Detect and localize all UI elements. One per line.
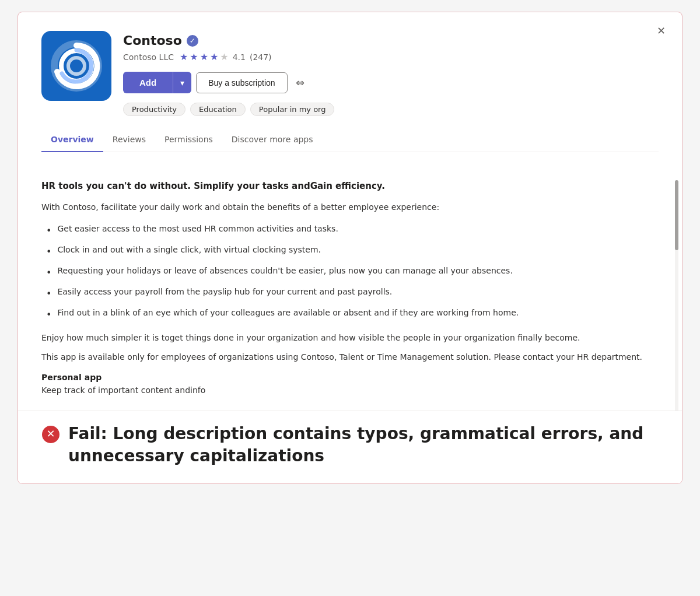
bullet-dot-3: • [46, 266, 51, 280]
content-headline: HR tools you can't do without. Simplify … [41, 180, 659, 192]
fail-icon: ✕ [41, 425, 60, 444]
add-button[interactable]: Add [123, 72, 173, 93]
personal-app-desc: Keep track of important content andinfo [41, 384, 659, 397]
svg-point-2 [68, 58, 85, 74]
action-row: Add ▾ Buy a subscription ⇔ [123, 72, 659, 93]
bullet-text-5: Find out in a blink of an eye which of y… [57, 307, 519, 322]
content-paragraph-1: Enjoy how much simpler it is toget thing… [41, 331, 659, 344]
add-button-group: Add ▾ [123, 72, 191, 93]
app-info: Contoso ✓ Contoso LLC ★ ★ ★ ★ ★ 4.1 (247… [123, 31, 659, 116]
personal-app-section: Personal app Keep track of important con… [41, 373, 659, 397]
rating-value: 4.1 [233, 52, 246, 62]
bullet-list: • Get easier access to the most used HR … [46, 223, 659, 322]
bullet-text-4: Easily access your payroll from the pays… [57, 286, 392, 301]
bullet-text-1: Get easier access to the most used HR co… [57, 223, 338, 238]
personal-app-title: Personal app [41, 373, 659, 382]
star-1: ★ [180, 51, 188, 62]
tags-row: Productivity Education Popular in my org [123, 103, 659, 116]
bullet-dot-5: • [46, 308, 51, 322]
fail-banner: ✕ Fail: Long description contains typos,… [18, 411, 682, 483]
app-logo-svg [50, 40, 103, 92]
tab-overview[interactable]: Overview [41, 128, 103, 152]
bullet-item-3: • Requesting your holidays or leave of a… [46, 265, 659, 280]
scrollbar-track[interactable] [675, 180, 678, 411]
tag-education: Education [190, 103, 246, 116]
star-4: ★ [210, 51, 218, 62]
add-dropdown-button[interactable]: ▾ [173, 72, 191, 93]
app-title-row: Contoso ✓ [123, 33, 659, 48]
app-header: Contoso ✓ Contoso LLC ★ ★ ★ ★ ★ 4.1 (247… [41, 31, 659, 116]
bullet-item-4: • Easily access your payroll from the pa… [46, 286, 659, 301]
overview-content: HR tools you can't do without. Simplify … [18, 166, 682, 411]
bullet-dot-1: • [46, 224, 51, 238]
bullet-dot-2: • [46, 245, 51, 259]
star-5: ★ [220, 51, 228, 62]
content-intro: With Contoso, facilitate your daily work… [41, 201, 659, 213]
publisher-name: Contoso LLC [123, 52, 174, 62]
content-paragraph-2: This app is available only for employees… [41, 350, 659, 363]
verified-icon: ✓ [187, 35, 198, 47]
tag-popular: Popular in my org [250, 103, 335, 116]
tab-bar: Overview Reviews Permissions Discover mo… [41, 128, 659, 152]
tab-permissions[interactable]: Permissions [155, 128, 222, 152]
app-publisher-row: Contoso LLC ★ ★ ★ ★ ★ 4.1 (247) [123, 51, 659, 62]
tab-discover[interactable]: Discover more apps [222, 128, 323, 152]
bullet-text-3: Requesting your holidays or leave of abs… [57, 265, 512, 280]
bullet-item-1: • Get easier access to the most used HR … [46, 223, 659, 238]
link-icon: ⇔ [296, 76, 304, 89]
tag-productivity: Productivity [123, 103, 186, 116]
app-name: Contoso [123, 33, 182, 48]
star-rating: ★ ★ ★ ★ ★ 4.1 (247) [180, 51, 272, 62]
bullet-item-2: • Clock in and out with a single click, … [46, 244, 659, 259]
rating-count: (247) [250, 52, 272, 62]
bullet-dot-4: • [46, 287, 51, 301]
star-3: ★ [200, 51, 208, 62]
buy-subscription-button[interactable]: Buy a subscription [196, 72, 287, 93]
app-logo [41, 31, 111, 101]
svg-text:✕: ✕ [46, 427, 55, 440]
star-2: ★ [190, 51, 198, 62]
close-button[interactable]: ✕ [652, 22, 670, 40]
bullet-text-2: Clock in and out with a single click, wi… [57, 244, 321, 259]
tab-reviews[interactable]: Reviews [103, 128, 155, 152]
scrollbar-thumb[interactable] [675, 180, 678, 250]
external-link-button[interactable]: ⇔ [292, 73, 308, 93]
app-header-section: ✕ Contoso ✓ [18, 12, 682, 166]
fail-message: Fail: Long description contains typos, g… [68, 423, 659, 467]
bullet-item-5: • Find out in a blink of an eye which of… [46, 307, 659, 322]
app-detail-panel: ✕ Contoso ✓ [18, 12, 682, 484]
